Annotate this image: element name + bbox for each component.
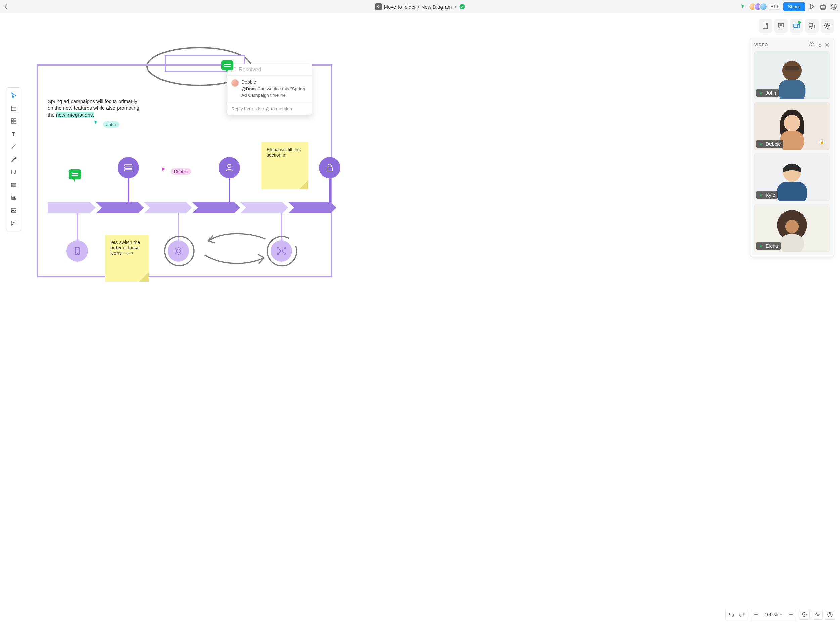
- svg-rect-2: [794, 24, 798, 27]
- help-button[interactable]: [825, 610, 835, 620]
- panel-toolbar: [759, 19, 834, 32]
- video-tile[interactable]: 🎙Debbie ☝: [754, 102, 829, 150]
- svg-point-1: [831, 4, 836, 9]
- timeline-node-phone-icon[interactable]: [66, 240, 88, 262]
- video-name: Debbie: [766, 141, 780, 146]
- sketch-circle: [162, 234, 196, 268]
- svg-point-18: [228, 165, 231, 168]
- svg-rect-4: [11, 106, 16, 111]
- breadcrumb-sep: /: [418, 4, 419, 10]
- sticky-note[interactable]: Elena will fill this section in: [261, 142, 308, 189]
- timeline-node-list-icon[interactable]: [118, 157, 139, 178]
- video-name: John: [766, 90, 776, 96]
- breadcrumb-doc: New Diagram: [422, 4, 452, 10]
- canvas[interactable]: Spring ad campaigns will focus primarily…: [0, 14, 840, 622]
- collaborator-avatars[interactable]: +10: [749, 3, 780, 11]
- sticky-note[interactable]: lets switch the order of these icons ---…: [105, 235, 149, 282]
- svg-rect-10: [12, 198, 14, 200]
- text-tool[interactable]: [8, 128, 20, 140]
- pen-tool[interactable]: [8, 153, 20, 165]
- breadcrumb[interactable]: Move to folder / New Diagram ▼ ✓: [375, 3, 465, 10]
- comments-panel-button[interactable]: [774, 19, 788, 32]
- svg-rect-40: [777, 181, 807, 201]
- back-button[interactable]: [3, 3, 9, 10]
- add-comment-tool[interactable]: [8, 217, 20, 229]
- video-name: Kyle: [766, 192, 775, 198]
- sticky-text: Elena will fill this section in: [267, 147, 301, 158]
- zoom-level[interactable]: 100 %▼: [762, 610, 785, 619]
- mic-icon: 🎙: [759, 192, 764, 198]
- activity-button[interactable]: [812, 610, 823, 620]
- svg-rect-44: [780, 234, 804, 252]
- timeline-strip[interactable]: [48, 202, 336, 213]
- comment-author-avatar: [231, 79, 239, 87]
- undo-button[interactable]: [726, 610, 736, 619]
- svg-rect-37: [780, 131, 804, 150]
- chat-panel-button[interactable]: [805, 19, 819, 32]
- notes-panel-button[interactable]: [759, 19, 772, 32]
- bottombar: 100 %▼: [0, 607, 840, 622]
- left-toolbar: [6, 87, 21, 232]
- comment-reply-input[interactable]: Reply here. Use @ to mention: [227, 103, 312, 115]
- avatar[interactable]: [759, 3, 767, 11]
- mic-icon: 🎙: [759, 243, 764, 248]
- sync-status-icon: ✓: [459, 4, 465, 9]
- video-tile[interactable]: 🎙John: [754, 51, 829, 99]
- canvas-body-text[interactable]: Spring ad campaigns will focus primarily…: [48, 98, 140, 119]
- chart-tool[interactable]: [8, 192, 20, 204]
- close-icon[interactable]: ✕: [825, 42, 829, 48]
- hand-cursor-icon: ☝: [819, 139, 825, 145]
- svg-rect-15: [125, 165, 132, 166]
- container-tool[interactable]: [8, 102, 20, 114]
- sticky-text: lets switch the order of these icons ---…: [110, 239, 140, 256]
- svg-rect-16: [125, 167, 132, 169]
- topbar: Move to folder / New Diagram ▼ ✓ +10 Sha…: [0, 0, 840, 14]
- svg-rect-6: [14, 119, 16, 121]
- timeline-node-user-icon[interactable]: [218, 157, 240, 178]
- video-panel-button[interactable]: [790, 19, 803, 32]
- video-tile[interactable]: 🎙Elena: [754, 204, 829, 252]
- svg-point-46: [829, 616, 830, 616]
- mic-icon: 🎙: [759, 141, 764, 146]
- comment-message: @Dom Can we title this "Spring Ad Campai…: [241, 86, 307, 99]
- svg-rect-34: [785, 66, 800, 70]
- svg-rect-19: [327, 167, 332, 171]
- line-tool[interactable]: [8, 140, 20, 152]
- export-icon[interactable]: [819, 3, 826, 11]
- image-tool[interactable]: [8, 204, 20, 216]
- history-button[interactable]: [799, 610, 810, 620]
- video-panel: VIDEO 5 ✕ 🎙John 🎙Debbie ☝ 🎙Kyle 🎙Elena: [750, 38, 834, 257]
- timeline-stem: [229, 178, 230, 203]
- live-cursor-john: John: [94, 117, 119, 128]
- zoom-out-button[interactable]: [786, 610, 796, 619]
- sticky-tool[interactable]: [8, 166, 20, 178]
- participants-icon: [809, 42, 815, 48]
- svg-rect-7: [11, 122, 14, 123]
- avatar-overflow-count[interactable]: +10: [769, 4, 780, 10]
- timeline-node-lock-icon[interactable]: [319, 157, 341, 178]
- chevron-down-icon[interactable]: ▼: [454, 5, 458, 9]
- body-text-highlight: new integrations.: [56, 112, 94, 118]
- zoom-group: 100 %▼: [750, 609, 797, 620]
- present-icon[interactable]: [808, 3, 816, 11]
- svg-rect-8: [14, 122, 16, 123]
- comment-marker[interactable]: [69, 169, 81, 180]
- share-button[interactable]: Share: [783, 2, 805, 11]
- video-tile[interactable]: 🎙Kyle: [754, 153, 829, 201]
- settings-panel-button[interactable]: [820, 19, 834, 32]
- svg-point-36: [783, 115, 800, 131]
- app-logo-icon: [375, 3, 382, 10]
- select-tool[interactable]: [8, 90, 20, 102]
- table-tool[interactable]: [8, 179, 20, 191]
- svg-rect-33: [779, 79, 806, 99]
- zoom-in-button[interactable]: [751, 610, 761, 619]
- shapes-tool[interactable]: [8, 115, 20, 127]
- resolved-label: Resolved: [239, 67, 261, 73]
- svg-rect-11: [14, 197, 15, 200]
- svg-point-29: [810, 43, 812, 44]
- comment-marker[interactable]: [221, 60, 233, 70]
- redo-button[interactable]: [737, 610, 747, 619]
- svg-rect-17: [125, 169, 132, 171]
- svg-point-28: [165, 236, 194, 266]
- grid-icon[interactable]: [830, 3, 837, 11]
